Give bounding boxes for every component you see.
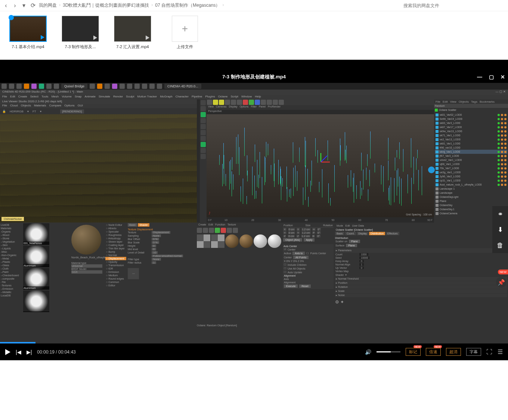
menu-item[interactable]: View <box>450 100 456 103</box>
c3d-btn[interactable] <box>267 100 272 105</box>
menu-item[interactable]: Render <box>113 95 123 99</box>
tool-btn[interactable] <box>201 130 206 135</box>
delete-button[interactable]: 🗑 <box>492 237 508 253</box>
menu-item[interactable]: Sculpt <box>126 95 134 99</box>
tb-icon[interactable] <box>31 84 37 89</box>
mat-tree-item[interactable]: ○ Albedo <box>105 227 126 230</box>
sc-btn[interactable] <box>221 228 226 233</box>
video-progress[interactable] <box>0 342 508 343</box>
c3d-btn[interactable] <box>219 100 224 105</box>
object-item[interactable]: cp31_Var1_LOD0 <box>435 178 507 183</box>
taskbar-app[interactable]: Quixel Bridge <box>61 84 87 89</box>
lib-tree-item[interactable]: --Glass <box>1 264 22 267</box>
menu-item[interactable]: Edit <box>346 224 350 227</box>
hdr-label[interactable]: HDRIRGB <box>10 110 24 113</box>
sc-btn[interactable] <box>215 228 220 233</box>
apply-button[interactable]: Apply <box>304 238 315 242</box>
next-button[interactable]: ▶| <box>27 349 32 355</box>
nav-forward[interactable]: › <box>12 3 18 9</box>
tb-icon[interactable] <box>127 84 132 89</box>
menu-item[interactable]: Animate <box>85 95 96 99</box>
menu-item[interactable]: Texture <box>227 223 236 228</box>
menu-item[interactable]: Snap <box>75 95 82 99</box>
fullscreen-button[interactable]: ⛶ <box>486 349 492 355</box>
mat-tree-item[interactable]: ○ Normal <box>105 253 126 257</box>
lib-tree-item[interactable]: --Wood <box>1 233 22 237</box>
menu-item[interactable]: Octane <box>218 95 228 99</box>
object-item[interactable]: Se96_Var19_LOD0 <box>435 117 507 121</box>
tb-icon[interactable] <box>97 84 102 89</box>
tool-btn[interactable] <box>201 100 206 105</box>
obj-scatter[interactable]: Octane Scatter <box>439 109 456 111</box>
tool-btn[interactable] <box>201 112 206 117</box>
play-button[interactable] <box>5 349 10 355</box>
object-item[interactable]: sk83_Var3_LOD0 <box>435 121 507 125</box>
pin-button[interactable]: 📌 <box>496 277 507 287</box>
tool-btn[interactable] <box>201 154 206 159</box>
menu-item[interactable]: ProRender <box>268 105 281 110</box>
maximize-button[interactable]: ▢ <box>489 74 494 80</box>
mat-slot[interactable] <box>268 234 281 248</box>
subtitle-button[interactable]: 字幕 <box>466 348 481 356</box>
sc-group[interactable]: ▸ Normal Threshold <box>335 277 507 281</box>
menu-item[interactable]: Plugins <box>205 95 215 99</box>
lib-tree-item[interactable]: --composite <box>1 277 22 280</box>
menu-item[interactable]: Cloud <box>10 104 18 108</box>
axis-center-sel[interactable]: All Points <box>293 256 309 259</box>
mat-tree-item[interactable]: ○ Bump <box>105 250 126 253</box>
mat-slot[interactable] <box>225 234 239 248</box>
execute-button[interactable]: Execute <box>284 284 298 288</box>
sc-group[interactable]: ▸ Rotation <box>335 285 507 289</box>
lib-tree-item[interactable]: -Organic <box>1 230 22 233</box>
object-item[interactable]: Landscape 1 <box>435 187 507 191</box>
tool-btn[interactable] <box>201 106 206 111</box>
volume-slider[interactable] <box>377 351 400 352</box>
mat-tree-item[interactable]: ○ Medium <box>105 274 126 277</box>
mark-button[interactable]: 标记NEW <box>406 348 421 356</box>
tool-btn[interactable] <box>201 118 206 123</box>
file-card[interactable]: 7-2 汇入设置.mp4 <box>112 16 153 55</box>
mat-tree-item[interactable]: ○ Round edges <box>105 277 126 280</box>
sc-btn[interactable] <box>233 228 238 233</box>
minimize-button[interactable]: — <box>477 74 482 80</box>
y-axis-btn[interactable] <box>249 100 254 105</box>
menu-item[interactable]: MoGraph <box>160 95 172 99</box>
object-item[interactable]: vj68_Var1_LOD0 <box>435 162 507 166</box>
file-card[interactable]: 7-3 制作地形及... <box>60 16 101 55</box>
c3d-btn[interactable] <box>261 100 266 105</box>
mat-slot[interactable] <box>197 234 210 248</box>
menu-item[interactable]: User Data <box>352 224 364 227</box>
tb-icon[interactable] <box>9 84 14 89</box>
object-item[interactable]: vdve2_Var1_LOD0 <box>435 158 507 162</box>
sc-btn[interactable] <box>203 228 208 233</box>
tb-icon[interactable] <box>46 84 52 89</box>
tb-icon[interactable] <box>24 84 29 89</box>
menu-item[interactable]: Panel <box>259 105 266 110</box>
menu-item[interactable]: File <box>436 100 440 103</box>
menu-item[interactable]: File <box>2 104 7 108</box>
mat-tree-item[interactable]: ○ Editor <box>105 284 126 287</box>
menu-item[interactable]: Function <box>215 223 225 228</box>
lib-tree-item[interactable]: --Stone <box>1 237 22 240</box>
share-button[interactable]: ⚭ <box>492 206 508 222</box>
x-axis-btn[interactable] <box>243 100 248 105</box>
menu-item[interactable]: GUI <box>78 104 83 108</box>
speed-button[interactable]: 倍速NEW <box>426 348 441 356</box>
tool-btn[interactable] <box>201 136 206 141</box>
menu-item[interactable]: Help <box>255 95 261 99</box>
menu-item[interactable]: Edit <box>208 223 213 228</box>
object-item[interactable]: OctaneDayLight <box>435 195 507 199</box>
menu-item[interactable]: Tags <box>471 100 477 103</box>
mat-slot[interactable] <box>254 234 267 248</box>
menu-item[interactable]: Pipeline <box>192 95 202 99</box>
lib-tree-item[interactable]: -Non-Organic <box>1 253 22 257</box>
sc-btn[interactable] <box>209 228 214 233</box>
tb-icon[interactable] <box>120 84 125 89</box>
mat-tree-item[interactable]: ○ Coating layer <box>105 243 126 247</box>
lib-tree-item[interactable]: LocalDB <box>1 294 22 297</box>
tab-shader[interactable]: Shader <box>138 223 149 227</box>
lib-thumb[interactable]: Aluminium <box>23 246 49 267</box>
c3d-btn[interactable] <box>213 100 218 105</box>
lib-tree-item[interactable]: --Liquids <box>1 247 22 250</box>
mat-tree-item[interactable]: ○ Node Editor <box>105 223 126 227</box>
